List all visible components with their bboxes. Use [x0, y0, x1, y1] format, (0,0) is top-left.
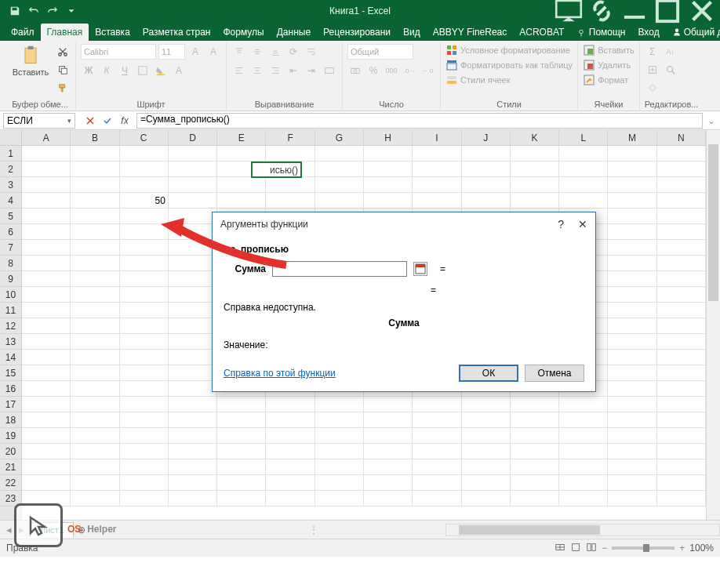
cell-G2[interactable] [315, 162, 364, 177]
italic-button[interactable]: К [99, 63, 115, 78]
cell-B4[interactable] [71, 193, 119, 209]
col-header-D[interactable]: D [169, 130, 217, 145]
align-middle-icon[interactable] [249, 44, 265, 60]
cell-C16[interactable] [120, 381, 169, 397]
cell-A16[interactable] [22, 381, 71, 397]
cell-K22[interactable] [511, 475, 559, 491]
cell-A4[interactable] [22, 193, 71, 209]
cell-J2[interactable] [462, 162, 511, 177]
font-size-select[interactable]: 11 [158, 44, 185, 60]
cell-D6[interactable] [169, 224, 217, 240]
cell-L21[interactable] [559, 459, 608, 475]
cell-D3[interactable] [169, 177, 217, 193]
number-format-select[interactable]: Общий [347, 44, 413, 60]
cell-I17[interactable] [413, 397, 461, 412]
cell-D15[interactable] [169, 365, 217, 381]
cell-M14[interactable] [608, 350, 656, 365]
row-header-3[interactable]: 3 [0, 177, 21, 193]
row-header-6[interactable]: 6 [0, 224, 21, 240]
align-top-icon[interactable] [231, 44, 247, 60]
row-header-1[interactable]: 1 [0, 146, 21, 162]
cell-G22[interactable] [315, 475, 364, 491]
increase-decimal-icon[interactable]: .0→ [402, 63, 417, 78]
cell-L17[interactable] [559, 397, 608, 412]
qat-dropdown-icon[interactable] [63, 2, 80, 20]
cell-F19[interactable] [266, 428, 315, 444]
cell-N16[interactable] [657, 381, 706, 397]
tab-data[interactable]: Данные [271, 24, 317, 41]
cell-N23[interactable] [657, 491, 706, 506]
cell-M20[interactable] [608, 444, 656, 459]
cell-M22[interactable] [608, 475, 656, 491]
row-header-12[interactable]: 12 [0, 318, 21, 334]
cancel-formula-icon[interactable] [82, 113, 99, 129]
cell-I22[interactable] [413, 475, 461, 491]
col-header-H[interactable]: H [364, 130, 413, 145]
cell-styles-button[interactable]: Стили ячеек [445, 74, 573, 86]
cell-N10[interactable] [657, 287, 706, 303]
cell-G20[interactable] [315, 444, 364, 459]
cell-N14[interactable] [657, 350, 706, 365]
cell-F22[interactable] [266, 475, 315, 491]
cell-E1[interactable] [217, 146, 266, 162]
undo-icon[interactable] [25, 2, 42, 20]
cell-M19[interactable] [608, 428, 656, 444]
cell-C6[interactable] [120, 224, 169, 240]
cell-C9[interactable] [120, 271, 169, 287]
cell-M21[interactable] [608, 459, 656, 475]
cell-N20[interactable] [657, 444, 706, 459]
cell-M1[interactable] [608, 146, 656, 162]
zoom-level[interactable]: 100% [689, 543, 714, 554]
row-header-11[interactable]: 11 [0, 303, 21, 318]
cell-K21[interactable] [511, 459, 559, 475]
cell-C17[interactable] [120, 397, 169, 412]
cell-C2[interactable] [120, 162, 169, 177]
cell-B8[interactable] [71, 256, 119, 271]
cell-I21[interactable] [413, 459, 461, 475]
cell-C20[interactable] [120, 444, 169, 459]
cell-N3[interactable] [657, 177, 706, 193]
increase-indent-icon[interactable]: ⇥ [304, 63, 319, 78]
col-header-N[interactable]: N [657, 130, 706, 145]
cell-C4[interactable]: 50 [120, 193, 169, 209]
cell-N4[interactable] [657, 193, 706, 209]
font-name-select[interactable]: Calibri [81, 44, 156, 60]
cell-D22[interactable] [169, 475, 217, 491]
close-icon[interactable] [684, 0, 720, 22]
cell-K1[interactable] [511, 146, 559, 162]
fx-icon[interactable]: fx [116, 113, 133, 129]
cell-B3[interactable] [71, 177, 119, 193]
cell-B15[interactable] [71, 365, 119, 381]
cell-N8[interactable] [657, 256, 706, 271]
cell-B17[interactable] [71, 397, 119, 412]
row-header-15[interactable]: 15 [0, 365, 21, 381]
cell-B2[interactable] [71, 162, 119, 177]
cell-N5[interactable] [657, 209, 706, 224]
cell-J17[interactable] [462, 397, 511, 412]
cell-F2[interactable] [266, 162, 315, 177]
view-page-break-icon[interactable] [586, 542, 597, 555]
row-header-16[interactable]: 16 [0, 381, 21, 397]
cell-B14[interactable] [71, 350, 119, 365]
cell-M13[interactable] [608, 334, 656, 350]
dialog-cancel-button[interactable]: Отмена [525, 365, 584, 382]
cell-M8[interactable] [608, 256, 656, 271]
cell-C12[interactable] [120, 318, 169, 334]
cell-K20[interactable] [511, 444, 559, 459]
cell-H22[interactable] [364, 475, 413, 491]
cell-M11[interactable] [608, 303, 656, 318]
dialog-close-icon[interactable]: ✕ [578, 218, 587, 230]
row-header-8[interactable]: 8 [0, 256, 21, 271]
cell-I3[interactable] [413, 177, 461, 193]
cell-E23[interactable] [217, 491, 266, 506]
copy-icon[interactable] [55, 62, 71, 78]
cell-H3[interactable] [364, 177, 413, 193]
cell-B1[interactable] [71, 146, 119, 162]
ribbon-options-icon[interactable] [552, 0, 585, 22]
cell-D13[interactable] [169, 334, 217, 350]
fill-icon[interactable] [645, 62, 660, 78]
cell-H18[interactable] [364, 412, 413, 428]
cell-L23[interactable] [559, 491, 608, 506]
cell-L3[interactable] [559, 177, 608, 193]
cell-C23[interactable] [120, 491, 169, 506]
